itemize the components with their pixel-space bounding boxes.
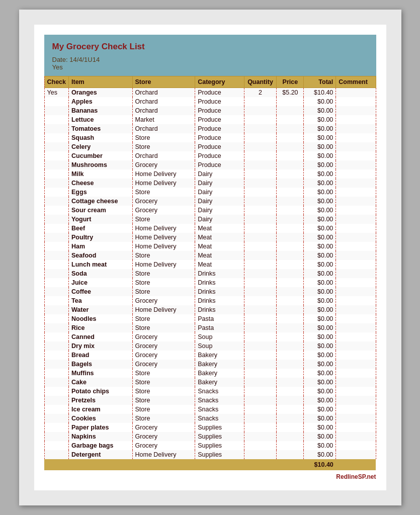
category-cell: Produce [195, 151, 244, 160]
store-cell: Store [132, 405, 195, 414]
table-row: NoodlesStorePasta$0.00 [44, 314, 376, 323]
comment-cell [336, 160, 376, 169]
table-header-row: Check Item Store Category Quantity Price… [44, 76, 376, 88]
price-cell [277, 215, 304, 224]
store-cell: Home Delivery [132, 169, 195, 179]
grand-total-row: $10.40 [44, 459, 376, 470]
table-row: TomatoesOrchardProduce$0.00 [44, 124, 376, 133]
check-cell [44, 106, 69, 115]
category-cell: Dairy [195, 215, 244, 224]
table-row: HamHome DeliveryMeat$0.00 [44, 242, 376, 251]
item-cell: Cookies [69, 414, 133, 423]
price-cell [277, 160, 304, 169]
category-cell: Bakery [195, 360, 244, 369]
quantity-cell [244, 233, 277, 242]
quantity-cell [244, 142, 277, 151]
price-cell [277, 387, 304, 396]
total-cell: $10.40 [304, 88, 336, 98]
store-cell: Home Delivery [132, 233, 195, 242]
category-cell: Meat [195, 260, 244, 269]
total-cell: $0.00 [304, 423, 336, 432]
check-cell [44, 206, 69, 215]
price-cell [277, 432, 304, 441]
price-cell [277, 341, 304, 351]
total-cell: $0.00 [304, 260, 336, 269]
watermark: RedlineSP.net [44, 473, 376, 480]
item-cell: Bread [69, 351, 133, 360]
comment-cell [336, 169, 376, 179]
table-row: DetergentHome DeliverySupplies$0.00 [44, 450, 376, 459]
item-cell: Lunch meat [69, 260, 133, 269]
quantity-cell: 2 [244, 88, 277, 98]
item-cell: Canned [69, 332, 133, 341]
store-cell: Store [132, 269, 195, 278]
page-title: My Grocery Check List [52, 42, 368, 52]
total-cell: $0.00 [304, 215, 336, 224]
comment-cell [336, 441, 376, 450]
item-cell: Juice [69, 278, 133, 287]
check-cell [44, 278, 69, 287]
comment-cell [336, 260, 376, 269]
item-cell: Oranges [69, 88, 133, 98]
comment-cell [336, 387, 376, 396]
category-cell: Pasta [195, 314, 244, 323]
item-cell: Potato chips [69, 387, 133, 396]
store-cell: Grocery [132, 351, 195, 360]
price-cell [277, 97, 304, 106]
price-cell [277, 251, 304, 260]
quantity-cell [244, 405, 277, 414]
table-row: SeafoodStoreMeat$0.00 [44, 251, 376, 260]
store-cell: Store [132, 323, 195, 332]
store-cell: Grocery [132, 160, 195, 169]
category-cell: Produce [195, 115, 244, 124]
price-cell: $5.20 [277, 88, 304, 98]
quantity-cell [244, 296, 277, 305]
store-cell: Grocery [132, 296, 195, 305]
check-cell [44, 169, 69, 179]
total-cell: $0.00 [304, 251, 336, 260]
quantity-cell [244, 341, 277, 351]
item-cell: Pretzels [69, 396, 133, 405]
price-cell [277, 269, 304, 278]
comment-cell [336, 215, 376, 224]
total-cell: $0.00 [304, 206, 336, 215]
item-cell: Tomatoes [69, 124, 133, 133]
price-cell [277, 197, 304, 206]
quantity-cell [244, 260, 277, 269]
item-cell: Squash [69, 133, 133, 142]
page-wrapper: My Grocery Check List Date: 14/4/1U14 Ye… [19, 10, 401, 505]
table-row: CheeseHome DeliveryDairy$0.00 [44, 179, 376, 188]
total-cell: $0.00 [304, 351, 336, 360]
quantity-cell [244, 278, 277, 287]
quantity-cell [244, 242, 277, 251]
table-row: MushroomsGroceryProduce$0.00 [44, 160, 376, 169]
category-cell: Dairy [195, 197, 244, 206]
table-row: NapkinsGrocerySupplies$0.00 [44, 432, 376, 441]
comment-cell [336, 369, 376, 378]
table-row: LettuceMarketProduce$0.00 [44, 115, 376, 124]
check-cell [44, 179, 69, 188]
price-cell [277, 233, 304, 242]
store-cell: Home Delivery [132, 305, 195, 314]
store-cell: Store [132, 287, 195, 296]
item-cell: Apples [69, 97, 133, 106]
total-cell: $0.00 [304, 305, 336, 314]
total-cell: $0.00 [304, 396, 336, 405]
category-cell: Drinks [195, 296, 244, 305]
category-cell: Snacks [195, 387, 244, 396]
category-cell: Bakery [195, 378, 244, 387]
price-cell [277, 260, 304, 269]
price-cell [277, 169, 304, 179]
store-cell: Grocery [132, 441, 195, 450]
quantity-cell [244, 387, 277, 396]
comment-cell [336, 151, 376, 160]
price-cell [277, 405, 304, 414]
category-cell: Supplies [195, 450, 244, 459]
price-cell [277, 414, 304, 423]
item-cell: Water [69, 305, 133, 314]
quantity-cell [244, 332, 277, 341]
quantity-cell [244, 369, 277, 378]
check-cell [44, 133, 69, 142]
store-cell: Store [132, 314, 195, 323]
total-cell: $0.00 [304, 133, 336, 142]
